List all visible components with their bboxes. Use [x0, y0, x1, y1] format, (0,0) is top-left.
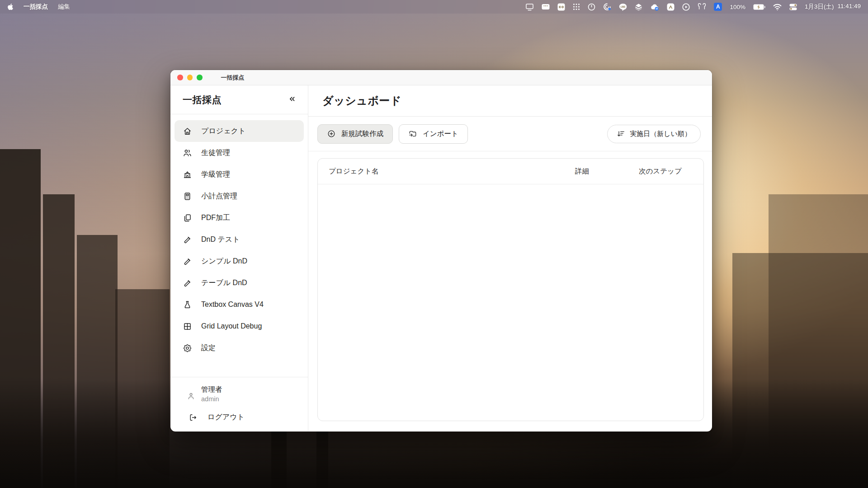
sidebar-item-label: 生徒管理	[201, 148, 230, 158]
gear-icon	[183, 343, 192, 353]
sort-button[interactable]: 実施日（新しい順）	[607, 125, 701, 143]
sidebar-item-table-dnd[interactable]: テーブル DnD	[175, 272, 304, 294]
toolbar: 新規試験作成 インポート 実施日（新しい順）	[308, 117, 712, 151]
column-detail: 詳細	[575, 167, 639, 176]
remote-access-icon[interactable]	[557, 2, 565, 11]
column-project-name: プロジェクト名	[318, 167, 575, 176]
layout-grid-icon	[183, 322, 192, 331]
zoom-button[interactable]	[197, 75, 203, 80]
sidebar-item-grid-debug[interactable]: Grid Layout Debug	[175, 315, 304, 337]
content-area: プロジェクト名 詳細 次のステップ	[308, 151, 712, 431]
menubar-app-name[interactable]: 一括採点	[24, 3, 48, 11]
sidebar-item-students[interactable]: 生徒管理	[175, 142, 304, 164]
logout-icon	[189, 413, 198, 422]
minimize-button[interactable]	[187, 75, 193, 80]
sidebar-item-simple-dnd[interactable]: シンプル DnD	[175, 250, 304, 272]
sidebar-item-label: Grid Layout Debug	[201, 322, 262, 330]
sidebar-item-projects[interactable]: プロジェクト	[175, 120, 304, 142]
shortcuts-icon[interactable]	[635, 2, 642, 11]
control-center-icon[interactable]	[789, 2, 797, 11]
test-pipe-icon	[183, 235, 192, 244]
screen-mirroring-icon[interactable]	[525, 2, 534, 11]
test-pipe-icon	[183, 257, 192, 266]
sidebar-item-label: 設定	[201, 343, 216, 353]
assistant-swirl-icon[interactable]	[603, 2, 611, 11]
import-label: インポート	[423, 129, 458, 139]
sidebar-item-label: 学級管理	[201, 170, 230, 179]
battery-percent: 100%	[730, 4, 745, 10]
apple-menu-icon[interactable]	[7, 2, 14, 11]
sidebar-item-subtotal[interactable]: 小計点管理	[175, 185, 304, 207]
menubar-date: 1月3日(土)	[805, 3, 834, 11]
create-exam-button[interactable]: 新規試験作成	[317, 124, 393, 144]
menu-bar: 一括採点 編集 LINE	[0, 0, 868, 14]
sidebar-item-classes[interactable]: 学級管理	[175, 164, 304, 185]
timer-icon[interactable]	[588, 2, 595, 11]
sidebar-item-label: 小計点管理	[201, 192, 237, 201]
menubar-clock[interactable]: 1月3日(土) 11:41:49	[805, 3, 861, 11]
sidebar-item-dnd-test[interactable]: DnD テスト	[175, 229, 304, 250]
window-title: 一括採点	[221, 74, 245, 82]
battery-icon[interactable]	[753, 2, 765, 11]
main-content: ダッシュボード 新規試験作成 インポート 実施日（新しい順）	[308, 85, 712, 431]
cloud-sync-icon[interactable]	[650, 2, 659, 11]
page-title: ダッシュボード	[322, 94, 401, 108]
user-icon	[187, 392, 195, 400]
sidebar: 一括採点 プロジェクト 生徒管理	[170, 85, 308, 431]
dots-grid-icon[interactable]	[573, 2, 580, 11]
svg-text:LINE: LINE	[621, 5, 625, 8]
airpods-icon[interactable]	[698, 2, 706, 11]
sidebar-item-label: PDF加工	[201, 213, 230, 223]
files-icon	[183, 213, 192, 223]
home-icon	[183, 127, 192, 136]
menubar-time: 11:41:49	[837, 3, 861, 11]
sidebar-item-textbox-canvas[interactable]: Textbox Canvas V4	[175, 294, 304, 315]
line-app-icon[interactable]: LINE	[619, 2, 627, 11]
user-name: 管理者	[201, 385, 222, 394]
play-circle-icon[interactable]	[682, 2, 690, 11]
flask-icon	[183, 300, 192, 310]
sidebar-item-label: プロジェクト	[201, 127, 245, 136]
sort-descending-icon	[617, 129, 626, 138]
desktop-background: 一括採点 編集 LINE	[0, 0, 868, 488]
traffic-lights	[177, 75, 203, 80]
sidebar-item-label: シンプル DnD	[201, 257, 247, 266]
column-next-step: 次のステップ	[639, 167, 703, 176]
plus-circle-icon	[327, 129, 336, 138]
wifi-icon[interactable]	[773, 2, 782, 11]
sidebar-title: 一括採点	[183, 94, 222, 106]
chevrons-left-icon	[287, 94, 297, 105]
close-button[interactable]	[177, 75, 183, 80]
logout-label: ログアウト	[208, 413, 245, 422]
user-info: 管理者 admin	[170, 385, 308, 403]
sidebar-item-label: Textbox Canvas V4	[201, 300, 264, 309]
sidebar-item-label: DnD テスト	[201, 235, 240, 244]
sidebar-footer: 管理者 admin ログアウト	[170, 377, 308, 431]
table-body-empty	[318, 184, 703, 421]
sidebar-item-settings[interactable]: 設定	[175, 337, 304, 359]
table-header: プロジェクト名 詳細 次のステップ	[318, 159, 703, 184]
sort-label: 実施日（新しい順）	[630, 130, 691, 138]
create-exam-label: 新規試験作成	[341, 129, 383, 139]
users-icon	[183, 148, 192, 158]
test-pipe-icon	[183, 278, 192, 288]
logout-button[interactable]: ログアウト	[170, 413, 308, 422]
calculator-icon	[183, 192, 192, 201]
sidebar-collapse-button[interactable]	[287, 94, 297, 105]
menubar-menu-edit[interactable]: 編集	[58, 3, 70, 11]
folder-import-icon	[408, 129, 417, 138]
app-window: 一括採点 一括採点 プロジェクト	[170, 70, 712, 432]
import-button[interactable]: インポート	[399, 124, 468, 144]
user-username: admin	[201, 395, 222, 403]
now-playing-icon[interactable]	[542, 2, 550, 11]
school-building-icon	[183, 170, 192, 179]
window-titlebar[interactable]: 一括採点	[170, 70, 712, 85]
projects-table: プロジェクト名 詳細 次のステップ	[317, 158, 704, 421]
sidebar-item-label: テーブル DnD	[201, 278, 247, 288]
notch-app-icon[interactable]	[667, 2, 675, 11]
sidebar-item-pdf[interactable]: PDF加工	[175, 207, 304, 229]
input-source-icon[interactable]: A	[714, 3, 722, 11]
page-header: ダッシュボード	[308, 85, 712, 117]
sidebar-nav: プロジェクト 生徒管理 学級管理 小計点管理	[170, 114, 308, 359]
sidebar-header: 一括採点	[170, 85, 308, 114]
